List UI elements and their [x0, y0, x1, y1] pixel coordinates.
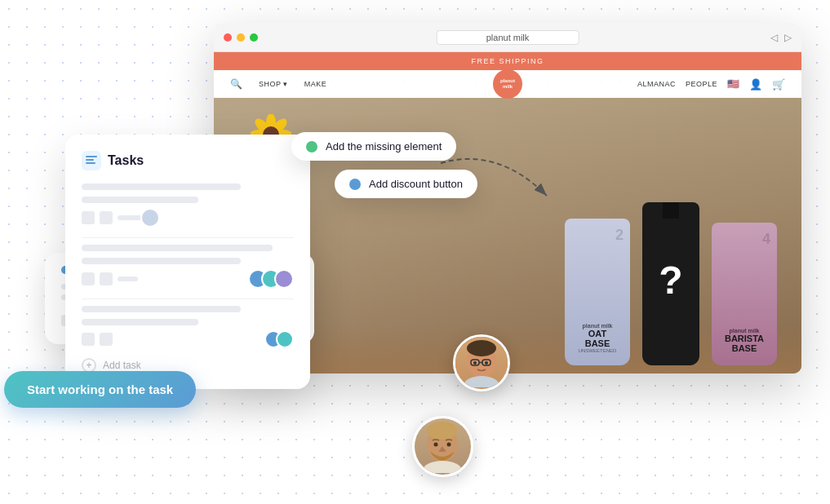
svg-point-15	[464, 376, 499, 387]
man-glasses-face	[461, 338, 502, 387]
bottle-cap	[663, 202, 679, 219]
start-working-button[interactable]: Start working on the task	[4, 371, 196, 408]
task-meta-icon-6	[100, 333, 113, 346]
browser-icon-1: ◁	[770, 32, 778, 43]
nav-shop[interactable]: SHOP ▾	[259, 80, 288, 88]
bottle-number-4: 4	[762, 231, 770, 248]
search-icon[interactable]: 🔍	[230, 78, 242, 90]
tooltip-text-2: Add discount button	[369, 178, 463, 190]
mystery-question-mark: ?	[659, 258, 682, 303]
svg-point-22	[427, 422, 458, 440]
task-divider	[82, 237, 294, 238]
task-bar-5	[82, 306, 241, 312]
user-icon[interactable]: 👤	[749, 78, 762, 91]
close-button-dot[interactable]	[224, 33, 232, 42]
flag-icon: 🇺🇸	[727, 78, 739, 90]
task-meta-1	[82, 208, 294, 228]
task-avatars-group	[248, 269, 294, 289]
banner-text: FREE SHIPPING	[471, 57, 544, 65]
tooltip-text-1: Add the missing element	[326, 140, 442, 153]
svg-rect-9	[86, 156, 97, 157]
bottle-number-2: 2	[615, 227, 624, 244]
barista-base-label: planut milk BARISTABASE	[716, 328, 773, 353]
svg-point-20	[485, 361, 488, 365]
task-row-2	[82, 245, 294, 289]
task-bar-3	[82, 245, 273, 251]
task-panel: Tasks	[65, 135, 310, 389]
task-meta-icon-5	[82, 333, 95, 346]
product-barista-base: 4 planut milk BARISTABASE	[712, 223, 777, 365]
nav-almanac[interactable]: ALMANAC	[637, 80, 676, 88]
nav-left: 🔍 SHOP ▾ MAKE	[230, 78, 326, 90]
task-divider-2	[82, 298, 294, 299]
tooltip-dot-blue	[349, 179, 361, 190]
svg-point-25	[447, 443, 451, 447]
svg-point-19	[473, 361, 477, 365]
store-logo: planutmilk	[493, 69, 522, 99]
nav-people[interactable]: PEOPLE	[686, 80, 717, 88]
browser-bar: planut milk ◁ ▷	[214, 23, 801, 52]
product-mystery: ?	[642, 202, 699, 365]
logo-circle: planutmilk	[493, 69, 522, 99]
cart-icon[interactable]: 🛒	[772, 78, 785, 91]
task-meta-line-1	[118, 215, 142, 220]
task-meta-icon-2	[100, 211, 113, 224]
add-task-text: Add task	[103, 360, 141, 371]
nav-make[interactable]: MAKE	[304, 80, 327, 88]
store-banner: FREE SHIPPING	[214, 52, 801, 70]
task-bar-4	[82, 258, 241, 264]
task-bar-2	[82, 197, 198, 203]
task-avatar-3	[274, 269, 294, 289]
task-bar-6	[82, 319, 198, 325]
svg-point-23	[423, 461, 462, 473]
task-meta-2	[82, 269, 294, 289]
svg-point-14	[467, 340, 496, 356]
task-meta-icon-1	[82, 211, 95, 224]
task-bar-1	[82, 183, 241, 190]
task-assignee-avatar	[140, 208, 160, 228]
store-nav: 🔍 SHOP ▾ MAKE planutmilk ALMANAC PEOPLE …	[214, 70, 801, 98]
browser-window-controls	[224, 33, 258, 42]
man-beard-face	[420, 420, 465, 473]
nav-right: ALMANAC PEOPLE 🇺🇸 👤 🛒	[637, 78, 785, 91]
tooltip-dot-green	[306, 141, 317, 153]
task-avatars-group-2	[264, 330, 294, 348]
tooltip-discount-button: Add discount button	[335, 170, 477, 198]
avatar-glasses-man	[453, 334, 510, 391]
list-icon	[86, 155, 97, 166]
start-button-label: Start working on the task	[27, 382, 173, 396]
maximize-button-dot[interactable]	[250, 33, 258, 42]
task-panel-icon	[82, 151, 101, 170]
browser-icon-2: ▷	[784, 32, 792, 43]
task-meta-3	[82, 330, 294, 348]
svg-rect-11	[86, 162, 95, 164]
task-meta-icon-3	[82, 272, 95, 285]
task-row-1	[82, 183, 294, 228]
task-panel-header: Tasks	[82, 151, 294, 170]
task-meta-icon-4	[100, 272, 113, 285]
address-bar[interactable]: planut milk	[437, 30, 579, 45]
task-meta-line-2	[118, 276, 138, 281]
tooltip-missing-element: Add the missing element	[291, 132, 456, 161]
task-row-3	[82, 306, 294, 348]
task-panel-title: Tasks	[108, 153, 144, 168]
product-oat-base: 2 planut milk OATBASE UNSWEETENED	[565, 219, 630, 365]
svg-rect-10	[86, 159, 94, 161]
task-avatar-5	[276, 330, 294, 348]
oat-base-label: planut milk OATBASE UNSWEETENED	[569, 323, 626, 353]
avatar-beard-man	[412, 416, 473, 477]
minimize-button-dot[interactable]	[237, 33, 245, 42]
products-container: 2 planut milk OATBASE UNSWEETENED ?	[565, 202, 777, 365]
svg-point-24	[434, 443, 438, 447]
